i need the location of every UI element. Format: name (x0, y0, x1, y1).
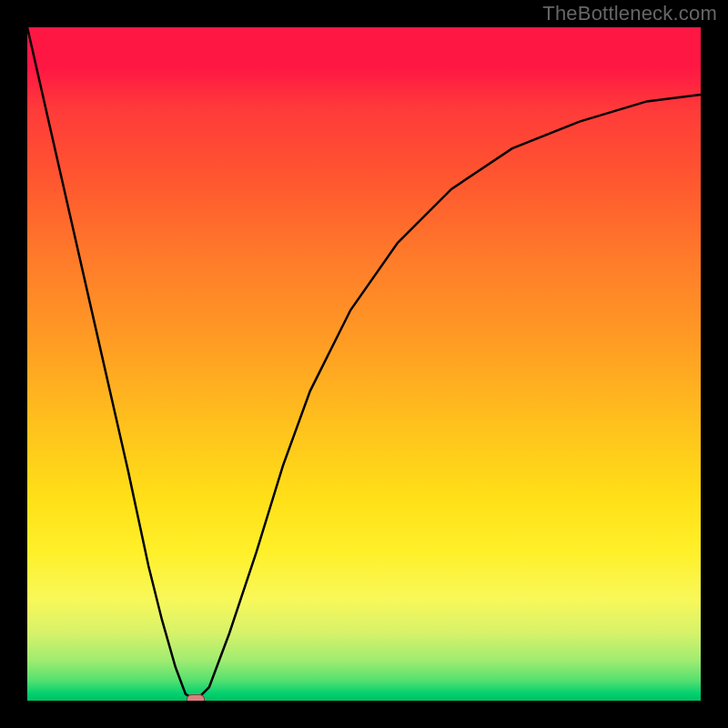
watermark-text: TheBottleneck.com (542, 2, 717, 25)
bottleneck-curve (27, 27, 701, 701)
plot-area (27, 27, 701, 701)
curve-path (27, 27, 701, 701)
chart-frame: TheBottleneck.com (0, 0, 728, 728)
optimal-point-marker (187, 694, 205, 701)
